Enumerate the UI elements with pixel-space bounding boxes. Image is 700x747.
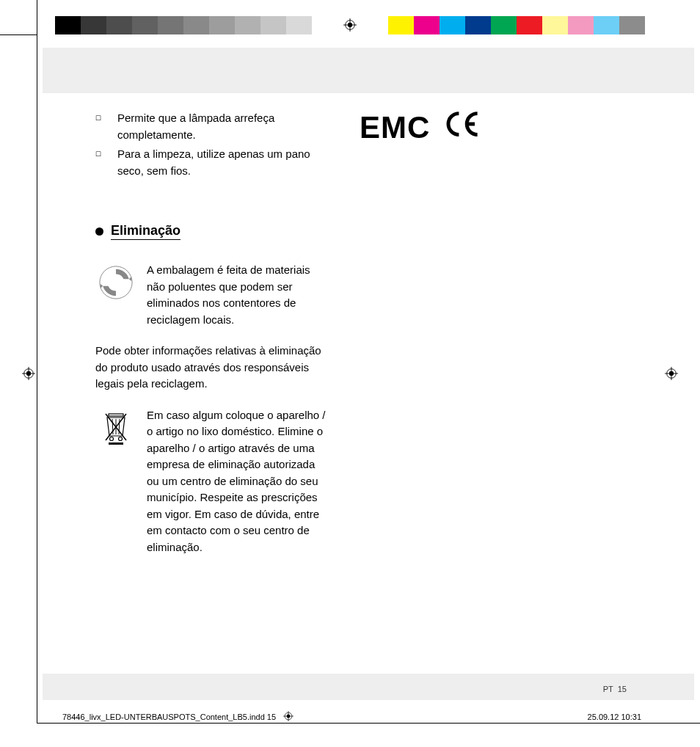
disposal-info-paragraph: Pode obter informações relativas à elimi…: [95, 343, 330, 393]
right-column: EMC: [360, 110, 616, 570]
color-swatch: [362, 16, 388, 34]
color-swatch: [594, 16, 619, 34]
section-heading: Eliminação: [95, 223, 330, 240]
bullet-text: Para a limpeza, utilize apenas um pano s…: [117, 146, 330, 179]
color-swatch: [517, 16, 542, 34]
color-swatch: [235, 16, 260, 34]
heading-bullet-icon: [95, 227, 103, 236]
svg-rect-23: [109, 442, 123, 445]
color-swatch: [465, 16, 491, 34]
left-column: ☐ Permite que a lâmpada arrefeça complet…: [95, 110, 330, 570]
color-swatch: [55, 16, 81, 34]
color-swatch: [81, 16, 106, 34]
color-swatch: [542, 16, 568, 34]
emc-label: EMC: [360, 110, 616, 145]
color-swatch: [106, 16, 132, 34]
heading-label: Eliminação: [111, 223, 181, 240]
footer-info: 78446_livx_LED-UNTERBAUSPOTS_Content_LB5…: [62, 711, 641, 723]
emc-text: EMC: [360, 110, 430, 145]
color-swatch: [619, 16, 645, 34]
registration-mark-icon: [343, 18, 357, 32]
registration-mark-icon: [283, 711, 294, 723]
svg-rect-15: [109, 414, 123, 416]
crop-line: [0, 34, 37, 35]
bullet-marker-icon: ☐: [95, 146, 117, 179]
page-content: ☐ Permite que a lâmpada arrefeça complet…: [95, 110, 616, 570]
page-number: PT 15: [603, 685, 627, 693]
footer-file-info: 78446_livx_LED-UNTERBAUSPOTS_Content_LB5…: [62, 711, 294, 723]
color-swatch: [132, 16, 158, 34]
color-swatch: [414, 16, 440, 34]
list-item: ☐ Para a limpeza, utilize apenas um pano…: [95, 146, 330, 179]
bullet-marker-icon: ☐: [95, 110, 117, 143]
bullet-list: ☐ Permite que a lâmpada arrefeça complet…: [95, 110, 330, 179]
svg-marker-14: [101, 284, 103, 288]
footer-filename: 78446_livx_LED-UNTERBAUSPOTS_Content_LB5…: [62, 713, 276, 721]
svg-point-20: [119, 437, 123, 440]
color-swatch: [312, 16, 338, 34]
footer-timestamp: 25.09.12 10:31: [588, 713, 641, 721]
color-swatch: [491, 16, 517, 34]
color-swatch: [209, 16, 235, 34]
bullet-text: Permite que a lâmpada arrefeça completam…: [117, 110, 330, 143]
svg-point-19: [110, 437, 114, 440]
color-swatch: [183, 16, 209, 34]
lang-code: PT: [603, 685, 613, 693]
weee-text: Em caso algum coloque o aparelho / o art…: [147, 407, 330, 556]
recycling-icon: [95, 262, 136, 303]
color-swatch: [260, 16, 286, 34]
color-swatch: [440, 16, 465, 34]
color-swatch: [568, 16, 594, 34]
color-swatch: [286, 16, 312, 34]
ce-mark-icon: [442, 110, 481, 145]
footer-band: [43, 674, 694, 700]
recycling-text: A embalagem é feita de materiais não pol…: [147, 262, 330, 328]
header-band: [43, 48, 694, 93]
list-item: ☐ Permite que a lâmpada arrefeça complet…: [95, 110, 330, 143]
weee-paragraph: Em caso algum coloque o aparelho / o art…: [95, 407, 330, 556]
registration-mark-icon: [22, 367, 35, 380]
color-swatch: [158, 16, 183, 34]
registration-mark-icon: [665, 367, 678, 380]
page-number-value: 15: [618, 685, 627, 693]
recycling-paragraph: A embalagem é feita de materiais não pol…: [95, 262, 330, 328]
svg-marker-13: [129, 277, 131, 281]
color-swatch: [388, 16, 414, 34]
weee-bin-icon: [95, 407, 136, 448]
